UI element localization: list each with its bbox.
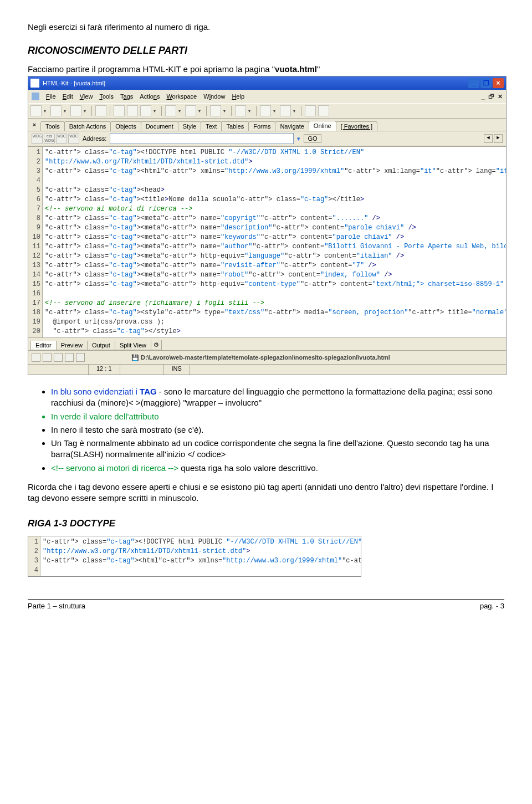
menu-file[interactable]: FFileile — [46, 93, 56, 100]
bullet-1: In blu sono evidenziati i TAG - sono le … — [51, 386, 504, 409]
tab-forms[interactable]: Forms — [248, 121, 275, 131]
etab-settings-icon[interactable]: ⚙ — [151, 340, 162, 350]
menu-workspace[interactable]: Workspace — [166, 93, 197, 100]
menu-tags[interactable]: Tags — [120, 93, 133, 100]
menu-actions[interactable]: Actions — [140, 93, 160, 100]
wdg-button[interactable]: WDG — [32, 134, 43, 144]
path-refresh-icon[interactable] — [76, 353, 85, 362]
riga-heading: RIGA 1-3 DOCTYPE — [28, 518, 504, 529]
file-path: D:\Lavoro\web-master\template\temolate-s… — [141, 354, 390, 361]
check-icon[interactable] — [280, 105, 291, 116]
small-gutter: 1234 — [28, 536, 40, 576]
menubar: FFileile Edit View Tools Tags Actions Wo… — [28, 90, 506, 103]
find-icon[interactable] — [210, 105, 221, 116]
toolbar-row-1: ▾ ▾ ▾ ▾ ▾ ▾ ▾ ▾ ▾ ▾ — [28, 103, 506, 119]
section-heading: RICONOSCIMENTO DELLE PARTI — [28, 45, 504, 57]
etab-splitview[interactable]: Split View — [115, 341, 151, 350]
editor-tabrow: Editor Preview Output Split View ⚙ — [28, 337, 506, 350]
close-panel-icon[interactable]: × — [30, 121, 38, 128]
w3c-button-2[interactable]: W3C — [68, 134, 79, 144]
maximize-button[interactable]: ❐ — [480, 78, 492, 88]
etab-editor[interactable]: Editor — [30, 341, 57, 350]
menu-help[interactable]: Help — [232, 93, 244, 100]
titlebar: HTML-Kit - [vuota.html] _ ❐ × — [28, 76, 506, 90]
tab-online[interactable]: Online — [309, 121, 336, 131]
etab-output[interactable]: Output — [87, 341, 115, 350]
statusbar: 12 : 1 INS — [28, 364, 506, 375]
path-icon-4[interactable] — [65, 353, 74, 362]
tabrow: × Tools Batch Actions Objects Document S… — [28, 119, 506, 131]
page-footer: Parte 1 – struttura pag. - 3 — [28, 599, 504, 610]
app-window: HTML-Kit - [vuota.html] _ ❐ × FFileile E… — [28, 76, 507, 375]
bullet-3: In nero il testo che sarà mostrato (se c… — [51, 424, 504, 436]
address-input[interactable] — [110, 133, 294, 144]
grid-icon[interactable] — [318, 105, 329, 116]
tab-favorites[interactable]: [ Favorites ] — [336, 121, 377, 131]
go-button[interactable]: GO — [304, 134, 321, 143]
menu-edit[interactable]: Edit — [63, 93, 73, 100]
footer-left: Parte 1 – struttura — [28, 602, 85, 610]
subtext: Facciamo partire il programma HTML-KIT e… — [28, 64, 504, 74]
undo-icon[interactable] — [165, 105, 176, 116]
tab-batch-actions[interactable]: Batch Actions — [64, 121, 111, 131]
app-menu-icon[interactable] — [32, 93, 39, 100]
cursor-position: 12 : 1 — [89, 365, 120, 375]
browser-icon[interactable] — [260, 105, 271, 116]
css-wdg-button[interactable]: css WDG — [44, 134, 55, 144]
close-button[interactable]: × — [493, 78, 504, 88]
subtext-filename: vuota.html — [275, 64, 317, 74]
menu-tools[interactable]: Tools — [99, 93, 114, 100]
menu-view[interactable]: View — [80, 93, 93, 100]
line-gutter: 1234567891011121314151617181920 — [28, 147, 43, 337]
paste-icon[interactable] — [140, 105, 151, 116]
etab-preview[interactable]: Preview — [56, 341, 88, 350]
tab-objects[interactable]: Objects — [110, 121, 141, 131]
bullet-5: <!-- servono ai motori di ricerca --> qu… — [51, 463, 504, 474]
app-icon — [30, 79, 39, 88]
tab-tables[interactable]: Tables — [221, 121, 249, 131]
address-row: WDG css WDG W3C W3C Address: ▾ GO ◄ ► — [28, 131, 506, 146]
pathbar: 💾 D:\Lavoro\web-master\template\temolate… — [28, 350, 506, 364]
tab-text[interactable]: Text — [201, 121, 222, 131]
w3c-button-1[interactable]: W3C — [56, 134, 67, 144]
tab-tools[interactable]: Tools — [40, 121, 65, 131]
bullet-2: In verde il valore dell'attributo — [51, 411, 504, 422]
save-path-icon: 💾 — [131, 354, 141, 361]
tab-navigate[interactable]: Navigate — [275, 121, 309, 131]
open-file-icon[interactable] — [50, 105, 62, 116]
subtext-suffix: " — [317, 64, 320, 74]
bullet-4: Un Tag è normalmente abbinato ad un codi… — [51, 438, 504, 460]
path-icon-3[interactable] — [54, 353, 63, 362]
address-label: Address: — [83, 135, 106, 142]
insert-mode: INS — [164, 365, 190, 375]
wizard-icon[interactable] — [235, 105, 246, 116]
color-icon[interactable] — [305, 105, 316, 116]
cut-icon[interactable] — [114, 105, 125, 116]
code-editor[interactable]: 1234567891011121314151617181920 "c-attr"… — [28, 146, 506, 337]
redo-icon[interactable] — [185, 105, 196, 116]
bullet-list: In blu sono evidenziati i TAG - sono le … — [39, 386, 504, 474]
after-paragraph: Ricorda che i tag devono essere aperti e… — [28, 482, 504, 504]
subtext-prefix: Facciamo partire il programma HTML-KIT e… — [28, 64, 275, 74]
copy-icon[interactable] — [127, 105, 138, 116]
window-title: HTML-Kit - [vuota.html] — [43, 80, 105, 86]
print-icon[interactable] — [95, 105, 106, 116]
tab-document[interactable]: Document — [141, 121, 178, 131]
path-icon-1[interactable] — [32, 353, 40, 362]
code-content[interactable]: "c-attr"> class="c-tag"><!DOCTYPE html P… — [43, 147, 506, 337]
path-icon-2[interactable] — [43, 353, 52, 362]
intro-text: Negli esercizi si farà riferimento al nu… — [28, 22, 504, 32]
save-icon[interactable] — [70, 105, 81, 116]
nav-right-icon[interactable]: ► — [494, 134, 503, 143]
small-code-snippet: 1234 "c-attr"> class="c-tag"><!DOCTYPE h… — [28, 536, 361, 577]
nav-left-icon[interactable]: ◄ — [484, 134, 493, 143]
tab-style[interactable]: Style — [178, 121, 201, 131]
new-file-icon[interactable] — [30, 105, 42, 116]
minimize-button[interactable]: _ — [468, 78, 479, 88]
menu-window[interactable]: Window — [203, 93, 225, 100]
footer-right: pag. - 3 — [480, 602, 504, 610]
small-code: "c-attr"> class="c-tag"><!DOCTYPE html P… — [40, 536, 361, 576]
